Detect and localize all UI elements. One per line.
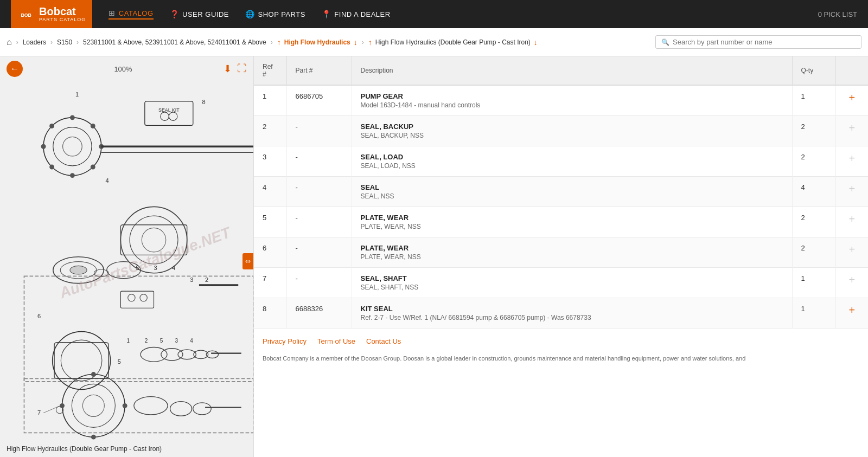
svg-point-46 — [141, 347, 167, 362]
svg-text:3: 3 — [175, 338, 178, 344]
header-ref: Ref # — [254, 56, 286, 85]
term-of-use-link[interactable]: Term of Use — [317, 337, 355, 345]
table-row: 6 - PLATE, WEAR PLATE, WEAR, NSS 2 + — [254, 237, 868, 268]
svg-text:4: 4 — [190, 338, 193, 344]
row-qty: 1 — [792, 298, 835, 329]
svg-point-20 — [91, 165, 95, 170]
breadcrumb-loaders[interactable]: Loaders — [23, 38, 46, 46]
svg-point-17 — [49, 124, 54, 128]
breadcrumb-pump-cast-iron[interactable]: High Flow Hydraulics (Double Gear Pump -… — [375, 38, 531, 46]
shop-parts-icon: 🌐 — [245, 10, 255, 18]
brand-text: Bobcat PARTS CATALOG — [39, 6, 86, 22]
row-action: + — [835, 237, 868, 268]
row-part-name: PUMP GEAR — [361, 92, 783, 100]
svg-text:BOB: BOB — [21, 12, 31, 18]
add-to-list-button[interactable]: + — [848, 304, 855, 316]
svg-point-67 — [193, 403, 211, 415]
row-part-desc: SEAL, LOAD, NSS — [361, 162, 783, 170]
row-ref: 7 — [254, 268, 286, 298]
table-header: Ref # Part # Description Q-ty — [254, 56, 868, 85]
diagram-panel: ← 100% ⬇ ⛶ SEAL KIT 8 1 — [0, 56, 254, 457]
row-action[interactable]: + — [835, 298, 868, 329]
row-qty: 1 — [792, 85, 835, 116]
row-part-desc: SEAL, BACKUP, NSS — [361, 132, 783, 139]
add-to-list-button[interactable]: + — [848, 92, 855, 104]
contact-us-link[interactable]: Contact Us — [366, 337, 401, 345]
row-part-desc: Ref. 2-7 - Use W/Ref. 1 (NLA/ 6681594 pu… — [361, 314, 783, 321]
row-part-name: SEAL, LOAD — [361, 153, 783, 161]
breadcrumb-separator-3: › — [271, 38, 273, 46]
breadcrumb-serial[interactable]: 523811001 & Above, 523911001 & Above, 52… — [83, 38, 266, 46]
catalog-icon: ⊞ — [108, 9, 116, 17]
download-icon[interactable]: ⬇ — [224, 63, 232, 75]
svg-text:4: 4 — [106, 177, 109, 184]
search-box[interactable]: 🔍 — [655, 35, 861, 49]
nav-user-guide[interactable]: ❓ USER GUIDE — [170, 10, 229, 18]
nav-catalog[interactable]: ⊞ CATALOG — [108, 9, 153, 20]
row-qty: 2 — [792, 146, 835, 177]
svg-point-65 — [134, 397, 168, 415]
row-part-number: - — [286, 116, 352, 146]
row-description: PUMP GEAR Model 163D-1484 - manual hand … — [352, 85, 792, 116]
breadcrumb-high-flow[interactable]: High Flow Hydraulics — [284, 38, 350, 46]
table-row: 3 - SEAL, LOAD SEAL, LOAD, NSS 2 + — [254, 146, 868, 177]
header-part: Part # — [286, 56, 352, 85]
add-to-list-button: + — [848, 243, 855, 255]
svg-text:6: 6 — [37, 313, 41, 319]
svg-point-11 — [53, 127, 92, 166]
svg-rect-45 — [54, 343, 108, 379]
svg-point-12 — [63, 137, 82, 156]
back-button[interactable]: ← — [7, 61, 23, 77]
row-description: SEAL SEAL, NSS — [352, 177, 792, 207]
parts-table: Ref # Part # Description Q-ty 1 6686705 … — [254, 56, 868, 329]
row-qty: 2 — [792, 116, 835, 146]
fullscreen-icon[interactable]: ⛶ — [237, 63, 247, 75]
svg-rect-4 — [145, 101, 193, 125]
row-action: + — [835, 207, 868, 237]
main-content: ← 100% ⬇ ⛶ SEAL KIT 8 1 — [0, 56, 868, 457]
row-qty: 2 — [792, 237, 835, 268]
row-qty: 2 — [792, 207, 835, 237]
row-action: + — [835, 146, 868, 177]
row-description: KIT SEAL Ref. 2-7 - Use W/Ref. 1 (NLA/ 6… — [352, 298, 792, 329]
pick-list[interactable]: 0 PICK LIST — [818, 10, 857, 18]
brand-logo[interactable]: BOB Bobcat PARTS CATALOG — [11, 0, 92, 28]
svg-text:3: 3 — [154, 265, 157, 271]
add-to-list-button: + — [848, 183, 855, 195]
nav-shop-parts[interactable]: 🌐 SHOP PARTS — [245, 10, 305, 18]
home-icon[interactable]: ⌂ — [7, 37, 12, 47]
row-part-desc: PLATE, WEAR, NSS — [361, 223, 783, 230]
row-action[interactable]: + — [835, 85, 868, 116]
svg-point-26 — [142, 228, 165, 252]
svg-rect-3 — [24, 378, 253, 433]
row-part-name: PLATE, WEAR — [361, 214, 783, 222]
row-ref: 4 — [254, 177, 286, 207]
header-qty: Q-ty — [792, 56, 835, 85]
zoom-level: 100% — [114, 65, 132, 73]
svg-rect-2 — [24, 276, 253, 382]
row-ref: 3 — [254, 146, 286, 177]
top-navigation: BOB Bobcat PARTS CATALOG ⊞ CATALOG ❓ USE… — [0, 0, 868, 28]
svg-text:4: 4 — [172, 265, 175, 271]
privacy-policy-link[interactable]: Privacy Policy — [263, 337, 307, 345]
nav-find-dealer[interactable]: 📍 FIND A DEALER — [322, 10, 391, 18]
svg-point-13 — [70, 115, 75, 120]
svg-point-7 — [169, 112, 177, 121]
row-part-name: SEAL, SHAFT — [361, 274, 783, 282]
row-part-desc: Model 163D-1484 - manual hand controls — [361, 101, 783, 109]
part-diagram-svg: SEAL KIT 8 1 — [0, 81, 253, 441]
breadcrumb-s150[interactable]: S150 — [57, 38, 72, 46]
row-ref: 5 — [254, 207, 286, 237]
row-part-name: SEAL, BACKUP — [361, 123, 783, 131]
row-part-name: KIT SEAL — [361, 305, 783, 313]
breadcrumb-separator-0: › — [16, 38, 18, 46]
svg-point-61 — [91, 372, 96, 377]
expand-button[interactable]: ⇔ — [242, 253, 253, 269]
search-input[interactable] — [673, 38, 856, 46]
row-part-desc: SEAL, NSS — [361, 192, 783, 200]
row-part-number: - — [286, 177, 352, 207]
svg-point-62 — [91, 435, 96, 440]
svg-text:7: 7 — [37, 409, 41, 416]
breadcrumb-down-arrow-2: ↓ — [534, 38, 538, 47]
svg-point-30 — [70, 266, 87, 274]
